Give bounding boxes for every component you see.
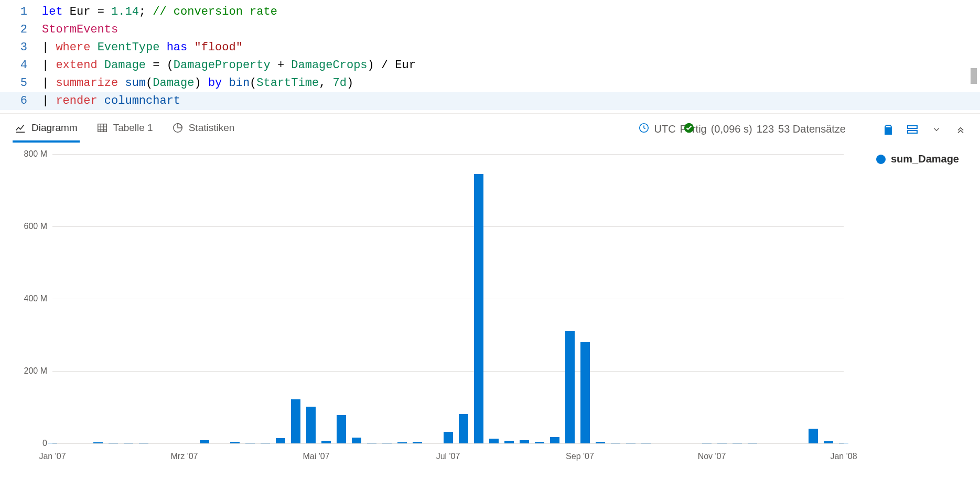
bar[interactable] — [124, 443, 133, 443]
grid-line — [52, 371, 844, 372]
bar[interactable] — [641, 443, 651, 443]
code-line[interactable]: 6| render columnchart — [0, 92, 980, 110]
layout-button[interactable] — [906, 123, 919, 136]
code-line[interactable]: 4| extend Damage = (DamageProperty + Dam… — [0, 57, 980, 74]
line-number: 5 — [0, 74, 42, 92]
status-area: UTC Fertig (0,096 s) 123 53 Datensätze — [638, 122, 846, 136]
check-icon — [683, 122, 695, 136]
bar[interactable] — [382, 443, 392, 443]
bar[interactable] — [230, 442, 240, 443]
code-line[interactable]: 5| summarize sum(Damage) by bin(StartTim… — [0, 74, 980, 92]
grid-line — [52, 226, 844, 227]
code-line[interactable]: 1let Eur = 1.14; // conversion rate — [0, 3, 980, 21]
bar[interactable] — [596, 442, 605, 443]
x-axis-label: Mrz '07 — [171, 452, 198, 461]
bar[interactable] — [48, 443, 57, 443]
bar[interactable] — [839, 443, 848, 443]
tab-stats[interactable]: Statistiken — [170, 118, 237, 141]
code-content[interactable]: | render columnchart — [42, 92, 180, 110]
code-line[interactable]: 2StormEvents — [0, 21, 980, 39]
legend-label: sum_Damage — [891, 153, 959, 165]
tab-table-label: Tabelle 1 — [113, 122, 153, 134]
bar[interactable] — [717, 443, 727, 443]
y-axis-label: 400 M — [13, 294, 47, 303]
status-rowcount: 53 Datensätze — [778, 123, 846, 135]
bar[interactable] — [367, 443, 376, 443]
bar[interactable] — [109, 443, 118, 443]
clock-icon — [638, 122, 650, 136]
bar[interactable] — [565, 331, 575, 443]
copy-button[interactable] — [881, 123, 895, 136]
plot-canvas[interactable]: 0200 M400 M600 M800 MJan '07Mrz '07Mai '… — [52, 154, 844, 443]
y-axis-label: 800 M — [13, 149, 47, 159]
bar[interactable] — [702, 443, 712, 443]
status-utc: UTC — [654, 123, 675, 135]
svg-rect-6 — [908, 130, 917, 133]
code-editor[interactable]: 1let Eur = 1.14; // conversion rate2Stor… — [0, 0, 980, 113]
line-number: 6 — [0, 92, 42, 110]
bar[interactable] — [306, 407, 316, 443]
bar[interactable] — [474, 174, 483, 443]
grid-line — [52, 299, 844, 299]
bar[interactable] — [352, 438, 361, 443]
chevron-down-icon[interactable] — [930, 123, 943, 136]
chart-area: sum_Damage 0200 M400 M600 M800 MJan '07M… — [0, 145, 980, 475]
x-axis-label: Sep '07 — [566, 452, 594, 461]
code-content[interactable]: let Eur = 1.14; // conversion rate — [42, 3, 277, 21]
x-axis-label: Jan '07 — [39, 452, 66, 461]
y-axis-label: 600 M — [13, 222, 47, 231]
bar[interactable] — [337, 415, 346, 443]
x-axis-label: Mai '07 — [303, 452, 329, 461]
bar[interactable] — [444, 432, 453, 443]
bar[interactable] — [321, 441, 331, 443]
tab-chart-label: Diagramm — [31, 122, 78, 134]
svg-rect-4 — [885, 128, 891, 134]
bar[interactable] — [397, 442, 407, 443]
bar[interactable] — [748, 443, 757, 443]
code-content[interactable]: | where EventType has "flood" — [42, 39, 243, 57]
bar[interactable] — [261, 443, 270, 443]
svg-rect-5 — [908, 126, 917, 128]
line-number: 4 — [0, 57, 42, 74]
results-bar: Diagramm Tabelle 1 Statistiken UTC Ferti… — [0, 113, 980, 145]
code-content[interactable]: | summarize sum(Damage) by bin(StartTime… — [42, 74, 353, 92]
bar[interactable] — [489, 439, 499, 443]
bar[interactable] — [809, 429, 818, 443]
collapse-button[interactable] — [954, 123, 967, 136]
results-actions — [881, 123, 967, 136]
line-number: 3 — [0, 39, 42, 57]
line-number: 2 — [0, 21, 42, 39]
bar[interactable] — [276, 438, 285, 443]
table-icon — [96, 122, 108, 134]
bar[interactable] — [626, 443, 636, 443]
bar[interactable] — [93, 442, 103, 443]
bar[interactable] — [459, 414, 468, 443]
bar[interactable] — [611, 443, 620, 443]
bar[interactable] — [535, 442, 544, 443]
code-line[interactable]: 3| where EventType has "flood" — [0, 39, 980, 57]
y-axis-label: 0 — [13, 439, 47, 448]
y-axis-label: 200 M — [13, 366, 47, 376]
legend[interactable]: sum_Damage — [876, 153, 959, 165]
legend-swatch-icon — [876, 155, 886, 164]
bar[interactable] — [733, 443, 742, 443]
bar[interactable] — [550, 437, 559, 443]
tab-table[interactable]: Tabelle 1 — [94, 118, 155, 141]
code-content[interactable]: | extend Damage = (DamageProperty + Dama… — [42, 57, 416, 74]
line-number: 1 — [0, 3, 42, 21]
bar[interactable] — [824, 441, 833, 443]
code-content[interactable]: StormEvents — [42, 21, 118, 39]
bar[interactable] — [520, 440, 529, 443]
bar[interactable] — [291, 399, 300, 443]
bar[interactable] — [504, 441, 514, 443]
bar[interactable] — [200, 440, 209, 443]
bar[interactable] — [580, 342, 590, 443]
svg-rect-0 — [98, 124, 106, 132]
status-extra: 123 — [757, 123, 774, 135]
tab-chart[interactable]: Diagramm — [13, 118, 80, 141]
bar[interactable] — [245, 443, 255, 443]
stats-icon — [172, 122, 184, 134]
bar[interactable] — [413, 442, 422, 443]
bar[interactable] — [139, 443, 148, 443]
minimap-scrollbar[interactable] — [971, 68, 977, 84]
